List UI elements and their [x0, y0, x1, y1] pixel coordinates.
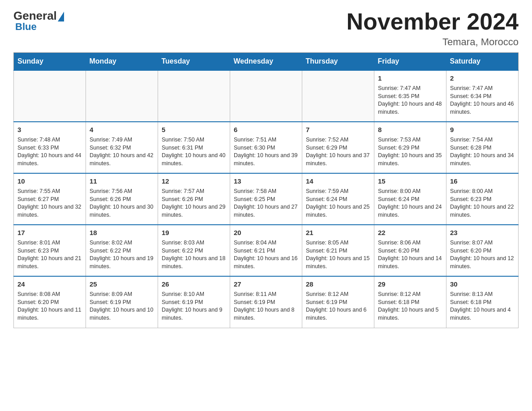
- calendar-cell: 5Sunrise: 7:50 AMSunset: 6:31 PMDaylight…: [158, 122, 230, 173]
- day-info: Sunrise: 7:50 AMSunset: 6:31 PMDaylight:…: [162, 136, 226, 167]
- day-info: Sunrise: 8:00 AMSunset: 6:23 PMDaylight:…: [450, 188, 515, 219]
- day-number: 15: [378, 176, 442, 186]
- day-info: Sunrise: 7:48 AMSunset: 6:33 PMDaylight:…: [17, 136, 82, 167]
- day-number: 7: [306, 125, 370, 134]
- day-number: 9: [450, 125, 515, 134]
- day-info: Sunrise: 8:10 AMSunset: 6:19 PMDaylight:…: [162, 291, 226, 322]
- calendar-cell: 26Sunrise: 8:10 AMSunset: 6:19 PMDayligh…: [158, 276, 230, 328]
- day-number: 13: [234, 176, 298, 186]
- day-number: 23: [450, 228, 515, 237]
- day-number: 20: [234, 228, 298, 237]
- calendar-cell: [230, 70, 302, 122]
- col-sunday: Sunday: [14, 53, 86, 71]
- day-number: 10: [17, 176, 82, 186]
- day-number: 22: [378, 228, 442, 237]
- calendar-cell: 15Sunrise: 8:00 AMSunset: 6:24 PMDayligh…: [374, 173, 446, 225]
- day-info: Sunrise: 8:12 AMSunset: 6:18 PMDaylight:…: [378, 291, 442, 322]
- col-tuesday: Tuesday: [158, 53, 230, 71]
- calendar-cell: 21Sunrise: 8:05 AMSunset: 6:21 PMDayligh…: [302, 225, 374, 276]
- day-number: 3: [17, 125, 82, 134]
- day-info: Sunrise: 8:03 AMSunset: 6:22 PMDaylight:…: [162, 239, 226, 270]
- day-info: Sunrise: 8:01 AMSunset: 6:23 PMDaylight:…: [17, 239, 82, 270]
- day-number: 5: [162, 125, 226, 134]
- calendar-cell: 30Sunrise: 8:13 AMSunset: 6:18 PMDayligh…: [446, 276, 519, 328]
- calendar-cell: 20Sunrise: 8:04 AMSunset: 6:21 PMDayligh…: [230, 225, 302, 276]
- calendar-cell: 24Sunrise: 8:08 AMSunset: 6:20 PMDayligh…: [14, 276, 86, 328]
- calendar-cell: 12Sunrise: 7:57 AMSunset: 6:26 PMDayligh…: [158, 173, 230, 225]
- day-number: 8: [378, 125, 442, 134]
- calendar-cell: 16Sunrise: 8:00 AMSunset: 6:23 PMDayligh…: [446, 173, 519, 225]
- day-number: 27: [234, 279, 298, 289]
- col-saturday: Saturday: [446, 53, 519, 71]
- calendar-cell: 13Sunrise: 7:58 AMSunset: 6:25 PMDayligh…: [230, 173, 302, 225]
- day-info: Sunrise: 7:54 AMSunset: 6:28 PMDaylight:…: [450, 136, 515, 167]
- day-info: Sunrise: 8:07 AMSunset: 6:20 PMDaylight:…: [450, 239, 515, 270]
- week-row-1: 1Sunrise: 7:47 AMSunset: 6:35 PMDaylight…: [14, 70, 519, 122]
- day-number: 2: [450, 73, 515, 83]
- day-number: 18: [90, 228, 154, 237]
- day-info: Sunrise: 7:55 AMSunset: 6:27 PMDaylight:…: [17, 188, 82, 219]
- day-info: Sunrise: 8:00 AMSunset: 6:24 PMDaylight:…: [378, 188, 442, 219]
- day-info: Sunrise: 8:12 AMSunset: 6:19 PMDaylight:…: [306, 291, 370, 322]
- day-number: 25: [90, 279, 154, 289]
- calendar-cell: 7Sunrise: 7:52 AMSunset: 6:29 PMDaylight…: [302, 122, 374, 173]
- calendar-cell: [14, 70, 86, 122]
- day-info: Sunrise: 7:57 AMSunset: 6:26 PMDaylight:…: [162, 188, 226, 219]
- calendar-cell: 10Sunrise: 7:55 AMSunset: 6:27 PMDayligh…: [14, 173, 86, 225]
- calendar-cell: 23Sunrise: 8:07 AMSunset: 6:20 PMDayligh…: [446, 225, 519, 276]
- calendar-cell: 19Sunrise: 8:03 AMSunset: 6:22 PMDayligh…: [158, 225, 230, 276]
- week-row-2: 3Sunrise: 7:48 AMSunset: 6:33 PMDaylight…: [14, 122, 519, 173]
- calendar-cell: [158, 70, 230, 122]
- month-title: November 2024: [347, 9, 519, 34]
- week-row-5: 24Sunrise: 8:08 AMSunset: 6:20 PMDayligh…: [14, 276, 519, 328]
- day-number: 1: [378, 73, 442, 83]
- calendar-cell: 22Sunrise: 8:06 AMSunset: 6:20 PMDayligh…: [374, 225, 446, 276]
- day-number: 21: [306, 228, 370, 237]
- location-text: Temara, Morocco: [347, 36, 519, 48]
- day-info: Sunrise: 7:52 AMSunset: 6:29 PMDaylight:…: [306, 136, 370, 167]
- day-info: Sunrise: 8:04 AMSunset: 6:21 PMDaylight:…: [234, 239, 298, 270]
- day-info: Sunrise: 7:53 AMSunset: 6:29 PMDaylight:…: [378, 136, 442, 167]
- week-row-4: 17Sunrise: 8:01 AMSunset: 6:23 PMDayligh…: [14, 225, 519, 276]
- day-info: Sunrise: 8:08 AMSunset: 6:20 PMDaylight:…: [17, 291, 82, 322]
- calendar-cell: 29Sunrise: 8:12 AMSunset: 6:18 PMDayligh…: [374, 276, 446, 328]
- calendar-cell: 27Sunrise: 8:11 AMSunset: 6:19 PMDayligh…: [230, 276, 302, 328]
- day-number: 26: [162, 279, 226, 289]
- calendar-cell: 14Sunrise: 7:59 AMSunset: 6:24 PMDayligh…: [302, 173, 374, 225]
- col-wednesday: Wednesday: [230, 53, 302, 71]
- col-monday: Monday: [86, 53, 158, 71]
- calendar-cell: 6Sunrise: 7:51 AMSunset: 6:30 PMDaylight…: [230, 122, 302, 173]
- day-number: 29: [378, 279, 442, 289]
- day-info: Sunrise: 8:13 AMSunset: 6:18 PMDaylight:…: [450, 291, 515, 322]
- day-number: 24: [17, 279, 82, 289]
- day-number: 17: [17, 228, 82, 237]
- calendar-cell: 17Sunrise: 8:01 AMSunset: 6:23 PMDayligh…: [14, 225, 86, 276]
- day-info: Sunrise: 7:47 AMSunset: 6:34 PMDaylight:…: [450, 85, 515, 116]
- calendar-cell: 2Sunrise: 7:47 AMSunset: 6:34 PMDaylight…: [446, 70, 519, 122]
- day-info: Sunrise: 7:49 AMSunset: 6:32 PMDaylight:…: [90, 136, 154, 167]
- day-number: 11: [90, 176, 154, 186]
- calendar-table: Sunday Monday Tuesday Wednesday Thursday…: [13, 52, 519, 328]
- day-number: 16: [450, 176, 515, 186]
- calendar-cell: [302, 70, 374, 122]
- calendar-cell: 18Sunrise: 8:02 AMSunset: 6:22 PMDayligh…: [86, 225, 158, 276]
- week-row-3: 10Sunrise: 7:55 AMSunset: 6:27 PMDayligh…: [14, 173, 519, 225]
- logo-triangle-icon: [58, 12, 64, 21]
- day-info: Sunrise: 8:06 AMSunset: 6:20 PMDaylight:…: [378, 239, 442, 270]
- calendar-cell: 3Sunrise: 7:48 AMSunset: 6:33 PMDaylight…: [14, 122, 86, 173]
- day-number: 6: [234, 125, 298, 134]
- day-info: Sunrise: 7:47 AMSunset: 6:35 PMDaylight:…: [378, 85, 442, 116]
- calendar-cell: 8Sunrise: 7:53 AMSunset: 6:29 PMDaylight…: [374, 122, 446, 173]
- day-info: Sunrise: 8:02 AMSunset: 6:22 PMDaylight:…: [90, 239, 154, 270]
- logo-blue-text: Blue: [15, 21, 37, 33]
- calendar-cell: 9Sunrise: 7:54 AMSunset: 6:28 PMDaylight…: [446, 122, 519, 173]
- day-info: Sunrise: 7:56 AMSunset: 6:26 PMDaylight:…: [90, 188, 154, 219]
- day-number: 12: [162, 176, 226, 186]
- page-header: General Blue November 2024 Temara, Moroc…: [13, 9, 519, 48]
- calendar-header-row: Sunday Monday Tuesday Wednesday Thursday…: [14, 53, 519, 71]
- day-info: Sunrise: 7:59 AMSunset: 6:24 PMDaylight:…: [306, 188, 370, 219]
- title-section: November 2024 Temara, Morocco: [347, 9, 519, 48]
- day-number: 19: [162, 228, 226, 237]
- calendar-cell: 28Sunrise: 8:12 AMSunset: 6:19 PMDayligh…: [302, 276, 374, 328]
- day-number: 28: [306, 279, 370, 289]
